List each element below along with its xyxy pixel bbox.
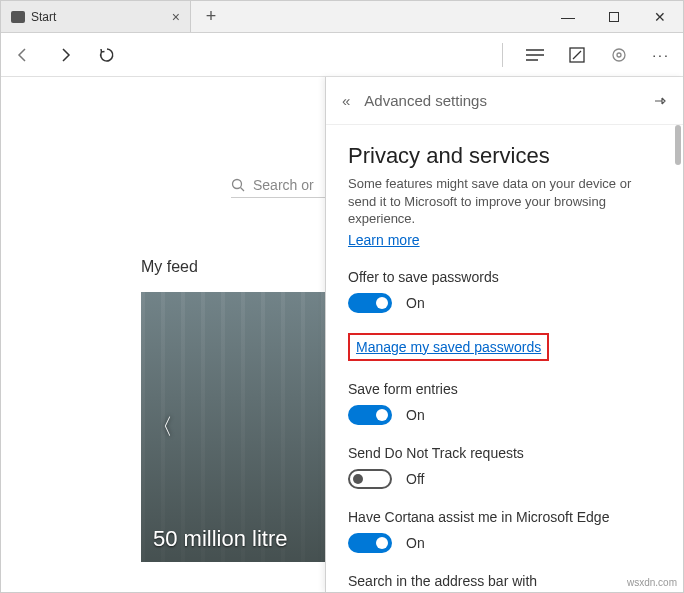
setting-label: Offer to save passwords bbox=[348, 269, 661, 285]
scrollbar[interactable] bbox=[675, 125, 681, 165]
toggle-state: On bbox=[406, 407, 425, 423]
setting-save-passwords: Offer to save passwords On bbox=[348, 269, 661, 313]
setting-label: Save form entries bbox=[348, 381, 661, 397]
refresh-button[interactable] bbox=[97, 45, 117, 65]
panel-body: Privacy and services Some features might… bbox=[326, 125, 683, 592]
tile-caption: 50 million litre bbox=[153, 526, 288, 552]
toggle-dnt[interactable] bbox=[348, 469, 392, 489]
web-note-icon[interactable] bbox=[567, 45, 587, 65]
reading-view-icon[interactable] bbox=[525, 45, 545, 65]
toggle-state: On bbox=[406, 535, 425, 551]
setting-label: Send Do Not Track requests bbox=[348, 445, 661, 461]
search-placeholder: Search or bbox=[253, 177, 314, 193]
panel-header: « Advanced settings bbox=[326, 77, 683, 125]
browser-tab[interactable]: Start × bbox=[1, 1, 191, 32]
minimize-button[interactable]: — bbox=[545, 1, 591, 32]
feed-tile[interactable]: 〈 50 million litre bbox=[141, 292, 351, 562]
forward-button[interactable] bbox=[55, 45, 75, 65]
favicon-icon bbox=[11, 11, 25, 23]
titlebar: Start × + — ✕ bbox=[1, 1, 683, 33]
settings-panel: « Advanced settings Privacy and services… bbox=[325, 77, 683, 592]
pin-icon[interactable] bbox=[653, 94, 667, 108]
search-icon bbox=[231, 178, 245, 192]
toggle-state: On bbox=[406, 295, 425, 311]
window-controls: — ✕ bbox=[545, 1, 683, 32]
toggle-cortana[interactable] bbox=[348, 533, 392, 553]
tab-close-icon[interactable]: × bbox=[172, 9, 180, 25]
maximize-button[interactable] bbox=[591, 1, 637, 32]
highlight-box: Manage my saved passwords bbox=[348, 333, 549, 361]
learn-more-link[interactable]: Learn more bbox=[348, 232, 420, 248]
setting-dnt: Send Do Not Track requests Off bbox=[348, 445, 661, 489]
toggle-state: Off bbox=[406, 471, 424, 487]
new-tab-button[interactable]: + bbox=[191, 1, 231, 32]
close-window-button[interactable]: ✕ bbox=[637, 1, 683, 32]
toggle-save-passwords[interactable] bbox=[348, 293, 392, 313]
tab-title: Start bbox=[31, 10, 56, 24]
watermark: wsxdn.com bbox=[627, 577, 677, 588]
setting-label: Search in the address bar with bbox=[348, 573, 661, 589]
manage-passwords-link[interactable]: Manage my saved passwords bbox=[356, 339, 541, 355]
more-icon[interactable]: ··· bbox=[651, 45, 671, 65]
svg-point-6 bbox=[233, 180, 242, 189]
setting-address-search: Search in the address bar with bbox=[348, 573, 661, 589]
toggle-form-entries[interactable] bbox=[348, 405, 392, 425]
section-title: Privacy and services bbox=[348, 143, 661, 169]
setting-cortana: Have Cortana assist me in Microsoft Edge… bbox=[348, 509, 661, 553]
setting-label: Have Cortana assist me in Microsoft Edge bbox=[348, 509, 661, 525]
back-button[interactable] bbox=[13, 45, 33, 65]
panel-title: Advanced settings bbox=[364, 92, 487, 109]
toolbar-separator bbox=[502, 43, 503, 67]
section-desc: Some features might save data on your de… bbox=[348, 175, 661, 228]
setting-form-entries: Save form entries On bbox=[348, 381, 661, 425]
prev-arrow-icon[interactable]: 〈 bbox=[151, 412, 173, 442]
svg-point-5 bbox=[617, 53, 621, 57]
share-icon[interactable] bbox=[609, 45, 629, 65]
toolbar: ··· bbox=[1, 33, 683, 77]
svg-line-7 bbox=[241, 188, 245, 192]
svg-point-4 bbox=[613, 49, 625, 61]
back-chevron-icon[interactable]: « bbox=[342, 92, 350, 109]
setting-manage-passwords: Manage my saved passwords bbox=[348, 333, 661, 361]
